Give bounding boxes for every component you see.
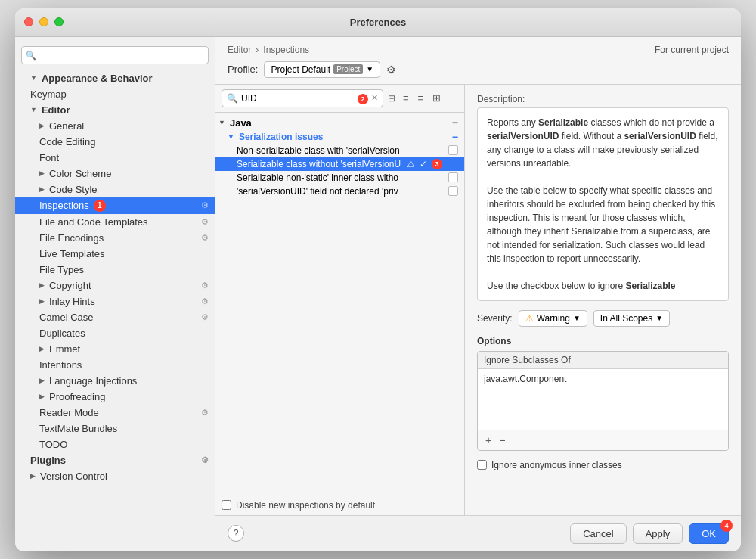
chevron-icon: ▶ [39,393,45,400]
main-body: 🔍 2 ✕ ⊟ ≡ ≡ ⊞ − [215,85,741,515]
sidebar-item-keymap[interactable]: Keymap [15,86,215,102]
scope-select[interactable]: In All Scopes ▼ [593,310,670,327]
sidebar-item-color-scheme[interactable]: ▶ Color Scheme [15,166,215,182]
profile-row: Profile: Project Default Project ▼ ⚙ [228,61,729,78]
ignore-anon-row: Ignore anonymous inner classes [477,460,729,470]
sidebar-item-intentions[interactable]: Intentions [15,357,215,373]
ignore-anon-label: Ignore anonymous inner classes [491,460,622,470]
sidebar-item-general[interactable]: ▶ General [15,118,215,134]
maximize-button[interactable] [54,17,64,26]
inspection-search-input[interactable] [241,93,355,104]
breadcrumb: Editor › Inspections For current project [228,45,729,55]
sidebar-item-appearance[interactable]: ▼ Appearance & Behavior [15,70,215,86]
clear-search-icon[interactable]: ✕ [371,93,378,103]
ignore-anon-checkbox[interactable] [477,460,487,470]
warning-icon: ⚠ [525,313,534,324]
tree-item-non-serializable[interactable]: Non-serializable class with 'serialVersi… [215,144,464,157]
ok-button[interactable]: OK 4 [689,523,729,544]
sidebar-search-input[interactable] [21,46,209,64]
filter-button[interactable]: ⊟ [386,92,397,105]
sidebar-item-plugins[interactable]: Plugins ⚙ [15,452,215,468]
chevron-icon: ▶ [39,185,45,193]
titlebar: Preferences [15,8,741,37]
sidebar-item-code-style[interactable]: ▶ Code Style [15,182,215,197]
profile-gear-button[interactable]: ⚙ [386,64,396,76]
sidebar-item-editor[interactable]: ▼ Editor [15,102,215,118]
profile-tag: Project [333,64,363,74]
inspections-settings-icon: ⚙ [201,200,209,210]
sidebar-item-duplicates[interactable]: Duplicates [15,325,215,341]
description-label: Description: [477,94,729,104]
severity-label: Severity: [477,313,513,324]
close-button[interactable] [24,17,33,26]
sidebar-item-file-types[interactable]: File Types [15,262,215,278]
tree-item-non-static[interactable]: Serializable non-'static' inner class wi… [215,171,464,185]
inspections-badge: 1 [94,200,106,212]
sidebar-item-emmet[interactable]: ▶ Emmet [15,341,215,357]
ignore-subclasses-box: Ignore Subclasses Of java.awt.Component … [477,351,729,451]
sidebar-item-code-editing[interactable]: Code Editing [15,134,215,150]
sidebar-item-camel-case[interactable]: Camel Case ⚙ [15,309,215,325]
apply-button[interactable]: Apply [633,523,683,544]
serial-not-declared-checkbox[interactable] [448,186,458,196]
chevron-icon: ▶ [39,122,45,129]
sidebar-search-box[interactable]: 🔍 [21,46,209,64]
sidebar-item-proofreading[interactable]: ▶ Proofreading [15,389,215,405]
minimize-button[interactable] [39,17,48,26]
list-panel: 🔍 2 ✕ ⊟ ≡ ≡ ⊞ − [215,85,465,515]
help-button[interactable]: ? [228,525,244,542]
disable-new-inspections-label[interactable]: Disable new inspections by default [222,500,375,511]
sidebar: 🔍 ▼ Appearance & Behavior Keymap ▼ Edito… [15,37,215,551]
disable-new-inspections-checkbox[interactable] [222,500,231,510]
sidebar-item-inlay-hints[interactable]: ▶ Inlay Hints ⚙ [15,293,215,309]
serialization-minus-icon: − [452,132,458,142]
sidebar-item-inspections[interactable]: Inspections 1 ⚙ [15,197,215,214]
sidebar-item-textmate-bundles[interactable]: TextMate Bundles [15,421,215,436]
sidebar-item-file-code-templates[interactable]: File and Code Templates ⚙ [15,214,215,230]
breadcrumb-current: Inspections [263,45,309,55]
profile-select[interactable]: Project Default Project ▼ [264,61,380,78]
chevron-down-icon: ▼ [218,119,225,126]
chevron-icon: ▶ [39,297,45,305]
warning-step-badge: 3 [432,159,442,169]
tree-serialization-header[interactable]: ▼ Serialization issues − [215,130,464,144]
camel-case-icon: ⚙ [201,312,209,322]
main-panel: Editor › Inspections For current project… [215,37,741,551]
sidebar-item-file-encodings[interactable]: File Encodings ⚙ [15,230,215,246]
tree-java-header[interactable]: ▼ Java − [215,116,464,130]
chevron-icon: ▶ [30,472,36,480]
chevron-icon: ▼ [30,74,37,82]
tree-item-serial-not-declared[interactable]: 'serialVersionUID' field not declared 'p… [215,185,464,198]
search-filter-box[interactable]: 🔍 2 ✕ [222,89,383,107]
sidebar-item-reader-mode[interactable]: Reader Mode ⚙ [15,405,215,421]
sidebar-item-todo[interactable]: TODO [15,436,215,452]
severity-select[interactable]: ⚠ Warning ▼ [519,310,587,327]
expand-all-button[interactable]: ≡ [400,91,412,105]
sidebar-item-version-control[interactable]: ▶ Version Control [15,468,215,484]
tree-item-serializable-without[interactable]: Serializable class without 'serialVersio… [215,157,464,171]
chevron-icon: ▶ [39,377,45,384]
add-subclass-button[interactable]: + [482,433,494,447]
non-static-checkbox[interactable] [448,172,458,182]
java-minus-icon: − [452,117,458,128]
footer-right: Cancel Apply OK 4 [570,523,729,544]
search-icon: 🔍 [26,50,36,60]
copyright-icon: ⚙ [201,281,209,290]
file-encodings-icon: ⚙ [201,233,209,243]
chevron-down-icon: ▼ [228,133,234,141]
sidebar-item-language-injections[interactable]: ▶ Language Injections [15,373,215,389]
sidebar-item-font[interactable]: Font [15,150,215,166]
content-area: 🔍 ▼ Appearance & Behavior Keymap ▼ Edito… [15,37,741,551]
remove-subclass-button[interactable]: − [496,433,508,447]
layout-button[interactable]: ⊞ [429,91,444,105]
collapse-all-button[interactable]: ≡ [415,91,427,105]
chevron-down-icon: ▼ [366,65,373,73]
cancel-button[interactable]: Cancel [570,523,626,544]
minus-button[interactable]: − [447,91,459,105]
chevron-down-icon: ▼ [655,314,663,322]
sidebar-item-live-templates[interactable]: Live Templates [15,246,215,262]
non-serializable-checkbox[interactable] [448,145,458,155]
sidebar-item-copyright[interactable]: ▶ Copyright ⚙ [15,278,215,293]
for-current-project-button[interactable]: For current project [655,45,729,55]
ignore-entry: java.awt.Component [484,374,722,384]
